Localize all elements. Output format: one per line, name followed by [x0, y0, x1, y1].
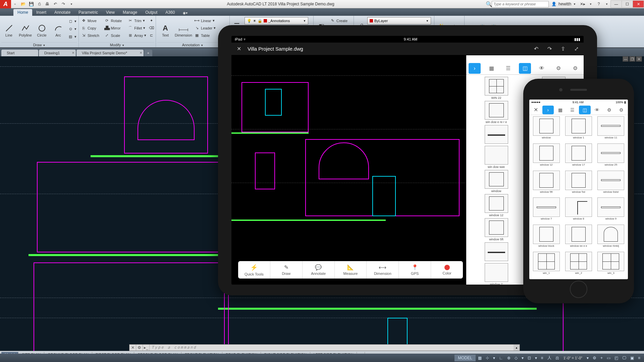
maximize-button[interactable]: ☐ — [622, 0, 633, 8]
palette-item[interactable]: window 7 — [468, 263, 524, 285]
tool-rotate[interactable]: ⟳Rotate — [104, 17, 127, 24]
tool-move[interactable]: ✥Move — [80, 17, 104, 24]
cmd-options-icon[interactable]: ⚙ — [136, 345, 143, 351]
tool-leader[interactable]: ↘Leader▾ — [194, 24, 216, 32]
ipad-tool-gps[interactable]: 📍GPS — [399, 261, 431, 279]
tool-stretch[interactable]: ⇲Stretch — [80, 32, 104, 39]
status-iso-icon[interactable]: ◇ — [513, 355, 519, 361]
layer-combo[interactable]: 💡 ☀ 🔒 _Annotations ▼ — [245, 17, 308, 24]
status-plus-icon[interactable]: + — [599, 355, 604, 361]
tab-home[interactable]: Home — [13, 9, 32, 16]
iphone-sliders-icon[interactable]: ⚙ — [603, 106, 615, 114]
ipad-pal-sliders-icon[interactable]: ⚙ — [552, 63, 565, 74]
tool-create-block[interactable]: ✎Create — [329, 17, 348, 24]
tool-explode-icon[interactable]: ✦ — [148, 17, 154, 24]
app-logo[interactable]: A — [0, 0, 11, 8]
iphone-layers-icon[interactable]: ☰ — [567, 106, 579, 114]
doc-restore-icon[interactable]: ❐ — [629, 56, 635, 62]
status-drop4-icon[interactable]: ▾ — [585, 355, 590, 361]
status-gear-icon[interactable]: ⚙ — [591, 355, 598, 361]
palette-item[interactable]: window 17 — [563, 143, 594, 170]
tool-trim[interactable]: ✂Trim▾ — [127, 17, 148, 24]
palette-item[interactable]: window 7 — [531, 197, 562, 224]
tool-dimension[interactable]: Dimension — [173, 16, 194, 38]
palette-item[interactable]: window 11 — [595, 116, 627, 142]
palette-item[interactable] — [468, 125, 524, 144]
iphone-grid-icon[interactable]: ▦ — [554, 106, 566, 114]
ipad-pal-blocks-icon[interactable]: ◫ — [519, 63, 531, 74]
ipad-tool-quicktools[interactable]: ⚡Quick Tools — [238, 261, 270, 279]
ipad-pal-grid-icon[interactable]: ▦ — [485, 63, 497, 74]
tool-polyline[interactable]: Polyline — [18, 16, 33, 38]
ipad-tool-measure[interactable]: 📐Measure — [335, 261, 367, 279]
ipad-pal-eye-icon[interactable]: 👁 — [536, 63, 548, 74]
qat-undo-icon[interactable]: ↶ — [52, 0, 59, 8]
tool-text[interactable]: AText — [157, 16, 173, 38]
draw-extra3-icon[interactable]: ▨▾ — [67, 33, 77, 40]
palette-item[interactable]: win dow e re r e — [468, 101, 524, 124]
palette-item[interactable]: window 25 — [595, 143, 627, 170]
qat-dropdown-icon[interactable]: ▼ — [68, 0, 75, 8]
palette-item[interactable]: window rbnklj — [595, 225, 627, 251]
tab-output[interactable]: Output — [141, 9, 161, 16]
palette-item[interactable]: win_1 — [531, 252, 562, 278]
tool-scale[interactable]: ⤢Scale — [104, 32, 127, 39]
iphone-collapse-icon[interactable]: › — [542, 106, 554, 114]
tool-table[interactable]: ▦Table — [194, 32, 216, 39]
tool-copy[interactable]: ⎘Copy — [80, 24, 104, 32]
tool-fillet[interactable]: ⌒Fillet▾ — [127, 24, 148, 32]
iphone-palette-grid[interactable]: windowwindow 1window 11window 12window 1… — [529, 115, 628, 279]
palette-item[interactable]: window — [531, 116, 562, 142]
iphone-settings-icon[interactable]: ⚙ — [616, 106, 628, 114]
tool-erase-icon[interactable]: ⌫ — [148, 24, 154, 32]
status-polar-icon[interactable]: ⊕ — [505, 355, 512, 361]
palette-item[interactable]: WIN 22 — [468, 77, 524, 100]
qat-plot-icon[interactable]: 🖶 — [44, 0, 51, 8]
status-anno2-icon[interactable]: ⚖ — [554, 355, 561, 361]
minimize-button[interactable]: — — [610, 0, 622, 8]
palette-item[interactable] — [468, 242, 524, 262]
ipad-tool-color[interactable]: Color — [431, 261, 463, 279]
status-ortho-icon[interactable]: ∟ — [497, 355, 505, 361]
qat-new-icon[interactable]: ▫ — [11, 0, 19, 8]
palette-item[interactable]: window 5st — [563, 171, 594, 197]
tab-extra-icon[interactable]: ◉▾ — [179, 10, 192, 16]
qat-saveas-icon[interactable]: ⎙ — [36, 0, 43, 8]
command-input[interactable]: Type a command — [150, 345, 514, 351]
doc-close-icon[interactable]: ✕ — [636, 56, 642, 62]
palette-item[interactable]: window 12 — [531, 143, 562, 170]
status-drop2-icon[interactable]: ▾ — [520, 355, 525, 361]
status-grid-icon[interactable]: ▦ — [476, 355, 483, 361]
ipad-pal-settings-icon[interactable]: ⚙ — [569, 63, 581, 74]
status-scale[interactable]: 1'-0" = 1'-0" — [561, 356, 584, 360]
close-tab-icon[interactable]: ✕ — [72, 51, 74, 55]
status-drop1-icon[interactable]: ▾ — [491, 355, 497, 361]
ipad-tool-dimension[interactable]: ⟷Dimension — [367, 261, 399, 279]
ipad-tool-draw[interactable]: ✎Draw — [270, 261, 303, 279]
status-custom-icon[interactable]: ≡ — [636, 355, 642, 361]
user-area[interactable]: 👤 hewitth ▼ — [549, 2, 579, 6]
help-icon[interactable]: ? — [595, 0, 602, 8]
tab-view[interactable]: View — [102, 9, 119, 16]
tool-linear[interactable]: ⟷Linear▾ — [194, 17, 216, 24]
cmd-close-icon[interactable]: ✕ — [129, 345, 136, 351]
bylayer-combo[interactable]: ByLayer ▼ — [367, 17, 431, 24]
ipad-undo-icon[interactable]: ↶ — [531, 44, 541, 54]
cmd-history-icon[interactable]: ▲ — [514, 345, 520, 351]
command-line[interactable]: ✕ ⚙ ▸_ Type a command ▲ — [129, 344, 520, 351]
ipad-pal-collapse-icon[interactable]: › — [469, 63, 481, 74]
tool-mirror[interactable]: ▟▙Mirror — [104, 24, 127, 32]
search-icon[interactable]: 🔍 — [486, 1, 492, 7]
close-button[interactable]: ✕ — [633, 0, 644, 8]
palette-item[interactable]: window 5ft — [531, 171, 562, 197]
qat-save-icon[interactable]: 💾 — [28, 0, 35, 8]
qat-redo-icon[interactable]: ↷ — [60, 0, 67, 8]
ipad-tool-annotate[interactable]: 💬Annotate — [303, 261, 335, 279]
close-tab-icon[interactable]: ✕ — [140, 51, 142, 55]
tool-arc[interactable]: Arc — [51, 16, 66, 38]
doc-minimize-icon[interactable]: — — [623, 56, 629, 62]
palette-item[interactable]: win dow swe — [468, 146, 524, 169]
tab-annotate[interactable]: Annotate — [50, 9, 74, 16]
draw-extra2-icon[interactable]: ⊙▾ — [67, 25, 77, 33]
status-ws-icon[interactable]: ◰ — [613, 355, 620, 361]
